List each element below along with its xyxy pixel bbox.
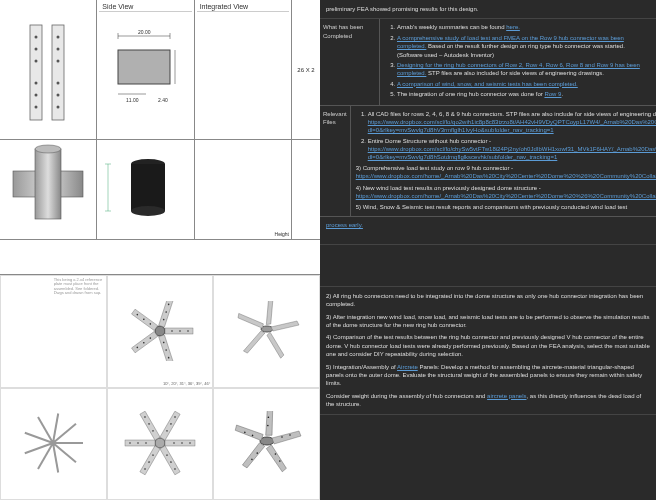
files-row: Relevant Files All CAD files for rows 2,…	[320, 106, 656, 217]
svg-point-33	[187, 330, 189, 332]
svg-point-5	[35, 93, 38, 96]
svg-point-43	[281, 436, 283, 438]
hub-cell-star	[0, 388, 107, 501]
svg-point-10	[57, 59, 60, 62]
svg-point-44	[289, 434, 291, 436]
cylinder-icon	[100, 139, 190, 229]
list-item: Designing for the ring hub connectors of…	[397, 61, 651, 78]
list-item: Entire Dome Structure without hub connec…	[368, 137, 656, 162]
hub-flat-icon	[120, 411, 200, 476]
dim-thickness: 2.40	[158, 97, 168, 103]
file-4: 4) New wind load test results on previou…	[356, 184, 656, 201]
column-header: Side View	[99, 2, 191, 12]
views-top-row: Side View Side View 20.00	[0, 0, 320, 140]
svg-point-22	[35, 145, 61, 153]
brackets-front-icon	[24, 19, 72, 129]
svg-point-12	[57, 93, 60, 96]
pipe-icon	[3, 139, 93, 229]
svg-point-37	[155, 438, 165, 448]
svg-point-8	[57, 35, 60, 38]
dim-col-2	[292, 140, 320, 239]
files-label: Relevant Files	[320, 106, 351, 216]
completed-content: Arnab's weekly summaries can be found he…	[380, 19, 656, 104]
svg-rect-30	[165, 328, 193, 334]
svg-point-11	[57, 81, 60, 84]
list-item: A comprehensive study of load test and F…	[397, 34, 651, 59]
svg-rect-27	[131, 164, 165, 211]
task-3: 3) After integration new wind load, snow…	[326, 313, 650, 330]
intro-text: preliminary FEA showed promising results…	[326, 6, 478, 12]
note-text: This being a 2.x4 reference plate must p…	[54, 278, 104, 296]
files-content: All CAD files for rows 2, 4, 6, 8 & 9 hu…	[351, 106, 656, 216]
link-file-4[interactable]: https://www.dropbox.com/home/_Arnab%20Da…	[356, 193, 656, 199]
link-panels[interactable]: aircrete panels	[487, 393, 526, 399]
intro-section: preliminary FEA showed promising results…	[320, 0, 656, 19]
svg-rect-17	[118, 50, 170, 84]
link-file-1[interactable]: https://www.dropbox.com/scl/fo/qo2wih1ic…	[368, 119, 656, 133]
plate-side-icon: 20.00 11.00 2.40	[100, 24, 190, 124]
svg-point-4	[35, 81, 38, 84]
empty-cell: Height	[195, 140, 292, 239]
dim-height: 11.00	[126, 97, 139, 103]
svg-point-28	[131, 206, 165, 216]
views-mid-row: Height	[0, 140, 320, 240]
link-summaries[interactable]: here.	[506, 24, 520, 30]
link-file-2[interactable]: https://www.dropbox.com/scl/fo/chySw5vtF…	[368, 146, 656, 160]
svg-point-2	[35, 47, 38, 50]
link-process[interactable]: process early.	[326, 222, 363, 228]
task-6: Consider weight during the assembly of h…	[326, 392, 650, 409]
svg-point-31	[171, 330, 173, 332]
list-item: Arnab's weekly summaries can be found he…	[397, 23, 651, 31]
link-aircrete[interactable]: Aircrete	[397, 364, 418, 370]
hub-assembled-icon	[227, 411, 307, 476]
pipe-view-cell	[0, 140, 97, 239]
svg-point-13	[57, 105, 60, 108]
cylinder-cell	[97, 140, 194, 239]
list-item: All CAD files for rows 2, 4, 6, 8 & 9 hu…	[368, 110, 656, 135]
svg-rect-21	[35, 149, 61, 219]
hub-cell-top-view: 10°, 20°, 31°, 36°, 39°, 46°	[107, 275, 214, 388]
hub-connector-grid: This being a 2.x4 reference plate must p…	[0, 275, 320, 500]
hub-grid-spacer-row	[0, 240, 320, 275]
svg-point-32	[179, 330, 181, 332]
list-item: A comparison of wind, snow, and seismic …	[397, 80, 651, 88]
hub-cell-assembled	[213, 388, 320, 501]
document-right-panel[interactable]: preliminary FEA showed promising results…	[320, 0, 656, 500]
link-row9[interactable]: Row 9	[544, 91, 561, 97]
view-column-front: Side View	[0, 0, 97, 139]
spacer-empty	[320, 245, 656, 287]
list-item: The integration of one ring hub connecto…	[397, 90, 651, 98]
svg-point-41	[189, 442, 191, 444]
hub-cell-empty: This being a 2.x4 reference plate must p…	[0, 275, 107, 388]
svg-point-3	[35, 59, 38, 62]
hub-iso-icon	[227, 301, 307, 361]
hub-star-icon	[13, 411, 93, 476]
task-5: 5) Integration/Assembly of Aircrete Pane…	[326, 363, 650, 388]
completed-row: What has been Completed Arnab's weekly s…	[320, 19, 656, 105]
tasks-section: 2) All ring hub connectors need to be in…	[320, 287, 656, 415]
task-4: 4) Comparison of the test results betwee…	[326, 333, 650, 358]
column-header: Integrated View	[197, 2, 289, 12]
height-label: Height	[275, 231, 289, 237]
file-3: 3) Comprehensive load test study on row …	[356, 164, 656, 181]
svg-point-1	[35, 35, 38, 38]
svg-point-6	[35, 105, 38, 108]
dimensions-column: 26 X 2	[292, 0, 320, 139]
link-comparison[interactable]: A comparison of wind, snow, and seismic …	[397, 81, 578, 87]
view-column-integrated: Integrated View	[195, 0, 292, 139]
dim-width: 20.00	[138, 29, 151, 35]
task-2: 2) All ring hub connectors need to be in…	[326, 292, 650, 309]
view-column-side: Side View 20.00 11.00 2.40	[97, 0, 194, 139]
hub-top-icon	[120, 301, 200, 361]
hub-cell-iso	[213, 275, 320, 388]
completed-label: What has been Completed	[320, 19, 380, 104]
hub-angle-dims: 10°, 20°, 31°, 36°, 39°, 46°	[163, 381, 210, 386]
svg-point-40	[181, 442, 183, 444]
spacer-section: process early.	[320, 217, 656, 245]
file-5: 5) Wind, Snow & Seismic test result repo…	[356, 203, 656, 211]
cad-left-panel: Side View Side View 20.00	[0, 0, 320, 500]
hub-cell-flat	[107, 388, 214, 501]
svg-point-9	[57, 47, 60, 50]
link-file-3[interactable]: https://www.dropbox.com/home/_Arnab%20Da…	[356, 173, 656, 179]
svg-point-39	[173, 442, 175, 444]
